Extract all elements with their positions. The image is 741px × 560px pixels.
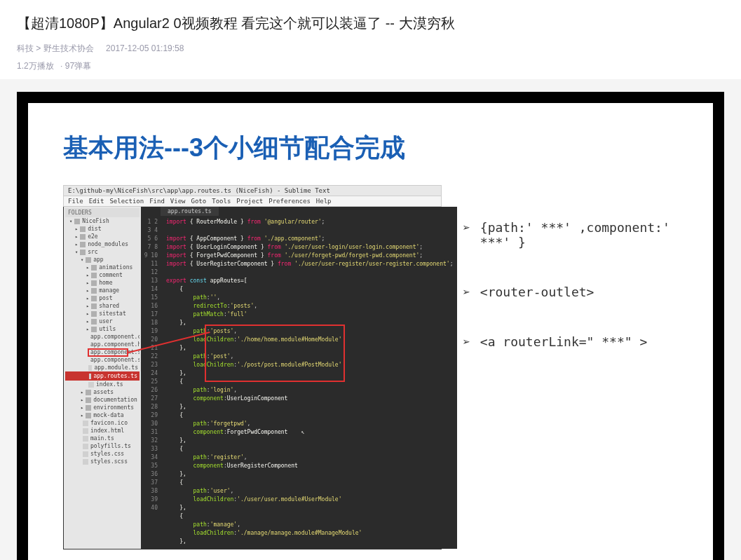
breadcrumb[interactable]: 科技 > 野生技术协会: [17, 43, 96, 53]
tree-item: app.component.scss: [65, 348, 140, 356]
tree-item: ▸post: [65, 294, 140, 302]
tree-item: app.module.ts: [65, 364, 140, 371]
slide-heading: 基本用法---3个小细节配合完成: [63, 131, 692, 165]
tree-item: ▸assets: [65, 388, 140, 396]
editor-menubar: FileEditSelectionFindViewGotoToolsProjec…: [63, 196, 442, 207]
danmu-count: 97弹幕: [65, 61, 91, 71]
tree-item: ▾app: [65, 256, 140, 264]
slide-content: 基本用法---3个小细节配合完成 E:\github-my\NiceFish\s…: [28, 103, 713, 560]
tree-item: app.component.spec.ts: [65, 356, 140, 364]
menu-item: Find: [149, 198, 165, 205]
menu-item: File: [68, 198, 83, 205]
tree-item: ▸shared: [65, 302, 140, 310]
chevron-icon: ➢: [463, 285, 470, 299]
tree-item: ▸documentation: [65, 396, 140, 404]
play-count: 1.2万播放: [17, 61, 54, 71]
bullet-list: ➢{path:' ***' ,component:' ***' }➢<route…: [463, 185, 692, 549]
editor-tab: app.routes.ts: [161, 207, 219, 216]
menu-item: Tools: [212, 198, 231, 205]
tree-item: ▸e2e: [65, 233, 140, 240]
editor-screenshot: E:\github-my\NiceFish\src\app\app.routes…: [63, 185, 442, 549]
tree-item: ▸dist: [65, 225, 140, 233]
editor-titlebar: E:\github-my\NiceFish\src\app\app.routes…: [63, 185, 442, 196]
tree-item: main.ts: [65, 435, 140, 442]
tree-item: ▸user: [65, 317, 140, 325]
timestamp: 2017-12-05 01:19:58: [106, 43, 184, 53]
category-link[interactable]: 科技: [17, 43, 34, 53]
menu-item: Help: [316, 198, 332, 205]
tree-item: styles.css: [65, 450, 140, 458]
menu-item: View: [170, 198, 186, 205]
menu-item: Selection: [109, 198, 144, 205]
tree-item: polyfills.ts: [65, 442, 140, 450]
tree-item: ▸animations: [65, 264, 140, 271]
tree-item: ▾src: [65, 248, 140, 256]
video-player[interactable]: 基本用法---3个小细节配合完成 E:\github-my\NiceFish\s…: [17, 92, 724, 560]
tree-item: ▸home: [65, 279, 140, 287]
tree-item: styles.scss: [65, 458, 140, 465]
bullet-item: ➢{path:' ***' ,component:' ***' }: [463, 220, 692, 250]
folders-header: FOLDERS: [65, 208, 140, 217]
chevron-icon: ➢: [463, 220, 470, 235]
menu-item: Project: [236, 198, 263, 205]
tree-item: index.html: [65, 427, 140, 435]
chevron-icon: ➢: [463, 334, 470, 349]
menu-item: Preferences: [268, 198, 311, 205]
tree-item: ▸mock-data: [65, 411, 140, 419]
tree-item: ▸environments: [65, 404, 140, 411]
subcategory-link[interactable]: 野生技术协会: [43, 43, 94, 53]
code-content: import { RouterModule } from '@angular/r…: [161, 207, 457, 549]
video-meta: 科技 > 野生技术协会 2017-12-05 01:19:58: [17, 43, 724, 55]
tree-item: index.ts: [65, 381, 140, 388]
tree-item: app.routes.ts: [65, 371, 140, 381]
menu-item: Goto: [191, 198, 207, 205]
tree-item: app.component.html: [65, 341, 140, 348]
tree-item: ▸comment: [65, 271, 140, 279]
line-gutter: 1 2 3 4 5 6 7 8 9 10 11 12 13 14 15 16 1…: [141, 207, 161, 549]
folders-panel: FOLDERS ▾NiceFish▸dist▸e2e▸node_modules▾…: [64, 207, 141, 549]
bullet-item: ➢<a routerLink=" ***" >: [463, 334, 692, 349]
code-panel: app.routes.ts 1 2 3 4 5 6 7 8 9 10 11 12…: [141, 207, 457, 549]
tree-item: ▸utils: [65, 325, 140, 333]
video-title: 【超清1080P】Angular2 0视频教程 看完这个就可以装逼了 -- 大漠…: [17, 14, 724, 33]
menu-item: Edit: [89, 198, 104, 205]
bullet-item: ➢<router-outlet>: [463, 285, 692, 299]
tree-item: ▸manage: [65, 287, 140, 294]
tree-item: ▸node_modules: [65, 240, 140, 248]
video-stats: 1.2万播放 · 97弹幕: [17, 60, 724, 72]
tree-item: ▾NiceFish: [65, 217, 140, 225]
tree-item: app.component.css: [65, 333, 140, 341]
tree-item: favicon.ico: [65, 419, 140, 427]
tree-item: ▸sitestat: [65, 310, 140, 317]
